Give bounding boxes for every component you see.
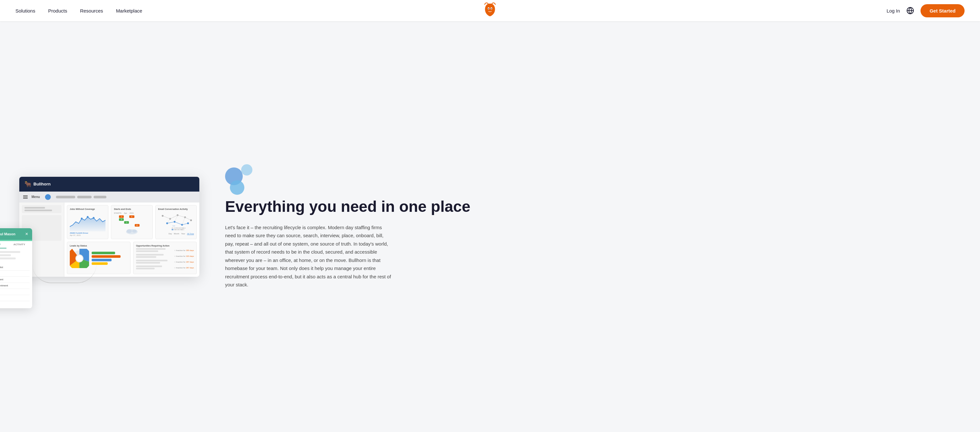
brand-name: Bullhorn <box>33 182 51 186</box>
opp-line <box>136 265 162 267</box>
nav-login[interactable]: Log In <box>886 8 900 14</box>
close-icon[interactable]: ✕ <box>25 232 28 236</box>
hamburger-icon[interactable] <box>23 195 28 199</box>
svg-text:INBOUND EMAILS: INBOUND EMAILS <box>174 229 184 230</box>
menu-add-cv[interactable]: ⊕ Add CV Sent <box>0 277 30 283</box>
menu-label: Add Shortlist <box>0 266 3 269</box>
svg-point-7 <box>87 216 89 218</box>
filter-month[interactable]: Month <box>174 233 180 235</box>
opp-status-3: ○ Inactive for 297 days <box>174 261 194 263</box>
tab-overview[interactable]: OVERVIEW <box>0 241 6 248</box>
svg-point-41 <box>76 255 83 262</box>
nav-right: Log In Get Started <box>886 4 964 17</box>
calendar-header: STARTS Apr 2021 <box>114 212 150 214</box>
floating-card: ‹ Paul Mason ✕ OVERVIEW ACTIVITY 🛒 Add S… <box>0 228 32 308</box>
opp-line <box>136 262 160 264</box>
menu-add-task[interactable]: ☑ Add Task <box>0 289 30 295</box>
svg-rect-31 <box>171 227 173 229</box>
cal-day <box>119 224 124 227</box>
nav-solutions[interactable]: Solutions <box>16 8 35 14</box>
opp-status-1: ○ Inactive for 355 days <box>174 249 194 251</box>
lead-bar-3 <box>92 259 111 261</box>
svg-point-10 <box>127 229 132 233</box>
nav-tab[interactable] <box>94 196 107 199</box>
svg-line-26 <box>175 222 182 225</box>
leads-title: Leads by Status <box>70 245 128 247</box>
pie-legend-bars <box>92 252 128 265</box>
cal-day <box>124 218 129 221</box>
cal-day <box>129 218 134 221</box>
job-ref: #8260 Forklift Driver <box>70 232 105 234</box>
dashboard-header: 🐂 Bullhorn <box>19 177 199 192</box>
cal-day <box>145 215 150 218</box>
filter-alltime[interactable]: All Time <box>187 233 194 235</box>
card-menu: 🛒 Add Shortlist 📋 Add Note ⊕ Add CV Sent… <box>0 263 32 308</box>
menu-add-appointment[interactable]: ➕ Add Appointment <box>0 283 30 289</box>
opp-line <box>136 268 155 269</box>
starts-title: Starts and Ends <box>114 208 150 210</box>
floating-card-header: ‹ Paul Mason ✕ <box>0 228 32 240</box>
lead-bar-2 <box>92 255 121 258</box>
cal-day <box>124 224 129 227</box>
cal-day <box>124 215 129 218</box>
opp-days-2: 323 days <box>186 255 194 257</box>
nav-resources[interactable]: Resources <box>80 8 103 14</box>
svg-point-11 <box>132 230 137 233</box>
cal-day-2: 2 <box>119 215 124 218</box>
nav-logo[interactable] <box>482 2 498 19</box>
menu-edit[interactable]: ✏ Edit <box>0 295 30 301</box>
opps-title: Opportunities Requiring Action <box>136 245 194 247</box>
nav-tab[interactable] <box>56 196 75 199</box>
svg-line-30 <box>182 217 185 225</box>
cal-day <box>140 215 145 218</box>
svg-line-25 <box>167 222 174 223</box>
blob-3 <box>241 164 252 176</box>
svg-point-3 <box>491 8 492 10</box>
opp-item-1: ○ Inactive for 355 days <box>136 248 194 253</box>
cal-day <box>129 224 134 227</box>
menu-add-note[interactable]: 📋 Add Note <box>0 271 30 277</box>
nav-marketplace[interactable]: Marketplace <box>116 8 142 14</box>
opp-item-2: ○ Inactive for 323 days <box>136 254 194 259</box>
opp-status-4: ○ Inactive for 267 days <box>174 267 194 269</box>
filter-day[interactable]: Day <box>169 233 172 235</box>
cal-day <box>114 218 119 221</box>
opp-item-4: ○ Inactive for 267 days <box>136 265 194 270</box>
opp-days-1: 355 days <box>186 249 194 251</box>
nav-tab[interactable] <box>77 196 92 199</box>
cal-day <box>114 215 119 218</box>
cal-day <box>135 218 140 221</box>
svg-line-24 <box>185 217 191 220</box>
nav-tabs <box>56 196 107 199</box>
calendar-grid: 2 6 5 <box>114 215 150 227</box>
nav-products[interactable]: Products <box>48 8 67 14</box>
menu-add-shortlist[interactable]: 🛒 Add Shortlist <box>0 265 30 271</box>
cloud-shape <box>114 228 150 234</box>
get-started-button[interactable]: Get Started <box>921 4 964 17</box>
dashboard-card: 🐂 Bullhorn Menu <box>19 177 199 277</box>
email-widget: Email Conversation Activity <box>155 205 197 239</box>
tab-activity[interactable]: ACTIVITY <box>6 241 32 248</box>
email-title: Email Conversation Activity <box>158 208 194 210</box>
jobs-chart <box>70 212 105 232</box>
cal-day <box>145 221 150 224</box>
opportunities-widget: Opportunities Requiring Action ○ Inactiv… <box>133 242 197 274</box>
menu-cancel[interactable]: ✕ Cancel <box>0 301 30 307</box>
opp-line <box>136 248 165 250</box>
cal-day-1: 1 <box>124 221 129 224</box>
bull-icon: 🐂 <box>24 181 32 188</box>
cal-day <box>135 215 140 218</box>
opp-content <box>136 254 173 259</box>
cal-day <box>145 224 150 227</box>
content-line <box>0 254 11 256</box>
menu-bar: Menu <box>19 192 199 202</box>
cal-day <box>114 224 119 227</box>
filter-year[interactable]: Year <box>181 233 185 235</box>
globe-icon[interactable] <box>906 7 914 14</box>
opp-item-3: ○ Inactive for 297 days <box>136 260 194 264</box>
hero-body-text: Let's face it – the recruiting lifecycle… <box>225 223 392 289</box>
opp-content <box>136 265 173 270</box>
svg-rect-33 <box>171 229 173 230</box>
cal-day <box>140 218 145 221</box>
hero-content: Everything you need in one place Let's f… <box>225 158 961 295</box>
